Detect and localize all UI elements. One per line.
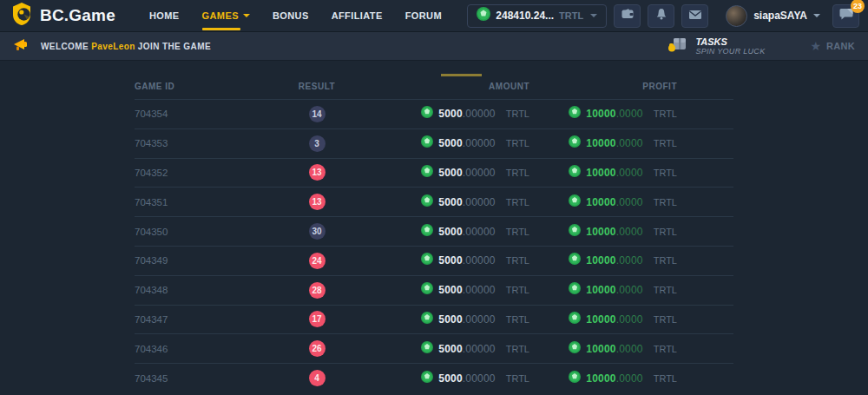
profit-currency: TRTL <box>654 344 677 354</box>
wallet-icon <box>621 8 635 23</box>
table-row[interactable]: 704345 4 5000.00000 TRTL <box>135 363 733 392</box>
result-badge: 24 <box>309 253 326 269</box>
rank-shortcut[interactable]: ★ RANK <box>810 40 855 52</box>
profit-currency: TRTL <box>654 197 677 207</box>
welcome-suffix: JOIN THE GAME <box>138 42 211 51</box>
cell-profit: 10000.0000 TRTL <box>529 165 677 181</box>
wallet-button[interactable] <box>614 4 641 28</box>
username: siapaSAYA <box>753 10 807 22</box>
cell-game-id: 704353 <box>135 138 239 148</box>
trtl-coin-icon <box>569 194 581 210</box>
amount-currency: TRTL <box>506 197 529 207</box>
trtl-coin-icon <box>477 7 490 24</box>
cell-game-id: 704347 <box>135 314 239 325</box>
cell-game-id: 704346 <box>135 344 239 354</box>
header-amount: AMOUNT <box>395 82 529 91</box>
trtl-coin-icon <box>569 165 581 181</box>
nav-item-bonus[interactable]: BONUS <box>261 0 320 32</box>
cell-amount: 5000.00000 TRTL <box>395 341 529 357</box>
brand-name: BC.Game <box>40 6 115 25</box>
trtl-coin-icon <box>421 165 433 181</box>
trtl-coin-icon <box>569 253 581 268</box>
cell-result: 17 <box>239 311 395 327</box>
user-menu[interactable]: siapaSAYA <box>726 5 820 27</box>
cell-result: 14 <box>239 106 395 122</box>
amount-currency: TRTL <box>506 285 529 295</box>
table-row[interactable]: 704353 3 5000.00000 TRTL <box>135 128 733 158</box>
table-row[interactable]: 704352 13 5000.00000 TRTL <box>135 158 733 188</box>
messages-button[interactable] <box>681 4 708 28</box>
cell-amount: 5000.00000 TRTL <box>395 371 529 386</box>
cell-game-id: 704350 <box>135 227 239 237</box>
bcgame-logo-icon <box>10 2 33 30</box>
table-row[interactable]: 704346 26 5000.00000 TRTL <box>135 333 733 363</box>
nav-item-games[interactable]: GAMES <box>191 0 261 32</box>
result-badge: 17 <box>309 311 326 327</box>
trtl-coin-icon <box>421 371 433 386</box>
profit-currency: TRTL <box>654 255 677 266</box>
result-badge: 13 <box>309 164 326 181</box>
chat-button[interactable]: 23 <box>832 4 859 28</box>
nav-item-affiliate[interactable]: AFFILIATE <box>320 0 394 32</box>
cell-amount: 5000.00000 TRTL <box>395 165 529 181</box>
result-badge: 26 <box>309 340 326 357</box>
welcome-banner: WELCOME PaveLeon JOIN THE GAME TASKS SPI… <box>0 32 868 61</box>
nav-item-home[interactable]: HOME <box>138 0 191 32</box>
cell-result: 24 <box>239 253 395 269</box>
cell-game-id: 704351 <box>135 197 239 207</box>
cell-game-id: 704354 <box>135 109 239 119</box>
trtl-coin-icon <box>421 253 433 268</box>
cell-profit: 10000.0000 TRTL <box>529 106 677 122</box>
nav-item-label: AFFILIATE <box>332 10 383 21</box>
table-row[interactable]: 704350 30 5000.00000 TRTL <box>135 216 733 246</box>
cell-game-id: 704349 <box>135 255 239 266</box>
amount-currency: TRTL <box>506 373 529 384</box>
table-header-row: GAME ID RESULT AMOUNT PROFIT <box>135 74 733 99</box>
table-row[interactable]: 704351 13 5000.00000 TRTL <box>135 187 733 216</box>
bell-icon <box>655 8 667 23</box>
cell-profit: 10000.0000 TRTL <box>529 371 677 386</box>
table-row[interactable]: 704354 14 5000.00000 TRTL <box>135 99 733 128</box>
cell-amount: 5000.00000 TRTL <box>395 253 529 268</box>
table-row[interactable]: 704349 24 5000.00000 TRTL <box>135 246 733 275</box>
mail-icon <box>688 8 702 23</box>
trtl-coin-icon <box>421 106 433 122</box>
profit-currency: TRTL <box>654 314 677 325</box>
trtl-coin-icon <box>421 194 433 210</box>
cell-profit: 10000.0000 TRTL <box>529 135 677 151</box>
cell-result: 3 <box>239 135 395 152</box>
tasks-title: TASKS <box>695 36 765 48</box>
header-result: RESULT <box>239 82 395 91</box>
notifications-button[interactable] <box>648 4 674 28</box>
profit-currency: TRTL <box>654 227 677 237</box>
bets-table: GAME ID RESULT AMOUNT PROFIT 704354 14 5… <box>135 74 733 392</box>
profit-currency: TRTL <box>654 109 677 119</box>
brand-logo[interactable]: BC.Game <box>10 2 115 30</box>
amount-currency: TRTL <box>506 314 529 325</box>
navbar-right: 248410.24... TRTL <box>467 4 859 28</box>
table-row[interactable]: 704347 17 5000.00000 TRTL <box>135 305 733 334</box>
profit-currency: TRTL <box>654 138 677 148</box>
result-badge: 13 <box>309 194 326 210</box>
balance-selector[interactable]: 248410.24... TRTL <box>467 4 607 28</box>
cell-game-id: 704345 <box>135 373 239 384</box>
cell-amount: 5000.00000 TRTL <box>395 224 529 240</box>
nav-item-label: BONUS <box>273 10 309 21</box>
chat-unread-badge: 23 <box>851 0 865 13</box>
amount-currency: TRTL <box>506 344 529 354</box>
welcome-username: PaveLeon <box>91 42 135 51</box>
cell-result: 26 <box>239 340 395 357</box>
cell-amount: 5000.00000 TRTL <box>395 282 529 298</box>
active-tab-underline <box>441 74 482 76</box>
trtl-coin-icon <box>421 135 433 151</box>
tasks-shortcut[interactable]: TASKS SPIN YOUR LUCK <box>667 36 765 56</box>
amount-currency: TRTL <box>506 109 529 119</box>
nav-item-forum[interactable]: FORUM <box>394 0 453 32</box>
cell-result: 28 <box>239 282 395 299</box>
table-row[interactable]: 704348 28 5000.00000 TRTL <box>135 275 733 305</box>
nav-item-label: GAMES <box>202 10 239 21</box>
cell-result: 13 <box>239 164 395 181</box>
cell-amount: 5000.00000 TRTL <box>395 135 529 151</box>
profit-currency: TRTL <box>654 373 677 384</box>
avatar <box>726 5 747 27</box>
